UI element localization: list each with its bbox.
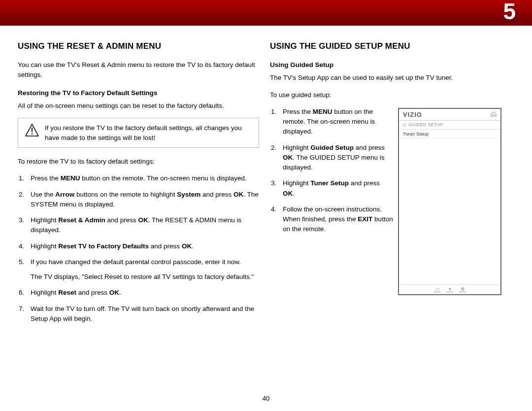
- step-3: Highlight Reset & Admin and press OK. Th…: [29, 215, 259, 236]
- tv-breadcrumb: ◁ GUIDED SETUP: [399, 121, 500, 130]
- tv-logo: VIZIO: [403, 111, 422, 118]
- step-5-sub: The TV displays, "Select Reset to restor…: [31, 272, 259, 282]
- tv-menu-item-tuner: Tuner Setup: [399, 130, 500, 138]
- warning-text: If you restore the TV to the factory def…: [45, 124, 242, 141]
- wide-icon: ▭: [433, 286, 440, 292]
- sub-paragraph: All of the on-screen menu settings can b…: [18, 101, 259, 111]
- step-7: Wait for the TV to turn off. The TV will…: [29, 304, 259, 324]
- chapter-banner: 5: [0, 0, 532, 26]
- section-heading-guided-setup: USING THE GUIDED SETUP MENU: [270, 41, 511, 51]
- home-icon: [491, 111, 497, 118]
- back-arrow-icon: ◁: [402, 122, 406, 127]
- gstep-3: Highlight Tuner Setup and press OK.: [281, 178, 393, 199]
- svg-point-2: [32, 133, 33, 135]
- left-column: USING THE RESET & ADMIN MENU You can use…: [18, 41, 259, 330]
- chapter-number: 5: [503, 0, 516, 25]
- warning-box: If you restore the TV to the factory def…: [18, 118, 259, 148]
- subheading-restoring: Restoring the TV to Factory Default Sett…: [18, 88, 259, 98]
- page-number: 40: [0, 395, 532, 402]
- restore-steps: Press the MENU button on the remote. The…: [18, 173, 259, 324]
- warning-icon: [25, 124, 39, 137]
- guided-lead: To use guided setup:: [270, 90, 511, 100]
- guided-row: Press the MENU button on the remote. The…: [270, 107, 511, 295]
- guided-intro: The TV's Setup App can be used to easily…: [270, 73, 511, 83]
- step-1: Press the MENU button on the remote. The…: [29, 173, 259, 183]
- tv-footer: ▭ ▾ ✻: [399, 284, 500, 294]
- step-4: Highlight Reset TV to Factory Defaults a…: [29, 241, 259, 251]
- step-6: Highlight Reset and press OK.: [29, 288, 259, 298]
- step-5: If you have changed the default parental…: [29, 257, 259, 282]
- right-column: USING THE GUIDED SETUP MENU Using Guided…: [270, 41, 511, 295]
- down-icon: ▾: [446, 286, 453, 292]
- intro-paragraph: You can use the TV's Reset & Admin menu …: [18, 60, 259, 80]
- guided-steps-wrap: Press the MENU button on the remote. The…: [270, 107, 398, 240]
- tv-menu-header: VIZIO: [399, 109, 500, 121]
- guided-steps: Press the MENU button on the remote. The…: [270, 107, 393, 235]
- section-heading-reset-admin: USING THE RESET & ADMIN MENU: [18, 41, 259, 51]
- step-2: Use the Arrow buttons on the remote to h…: [29, 190, 259, 210]
- tv-menu-illustration: VIZIO ◁ GUIDED SETUP Tuner Setup ▭ ▾ ✻: [398, 108, 501, 295]
- gstep-2: Highlight Guided Setup and press OK. The…: [281, 143, 393, 173]
- subheading-using-guided: Using Guided Setup: [270, 60, 511, 70]
- tv-crumb-text: GUIDED SETUP: [409, 122, 443, 127]
- gear-icon: ✻: [459, 286, 466, 292]
- gstep-1: Press the MENU button on the remote. The…: [281, 107, 393, 137]
- restore-lead: To restore the TV to its factory default…: [18, 157, 259, 167]
- gstep-4: Follow the on-screen instructions. When …: [281, 205, 393, 235]
